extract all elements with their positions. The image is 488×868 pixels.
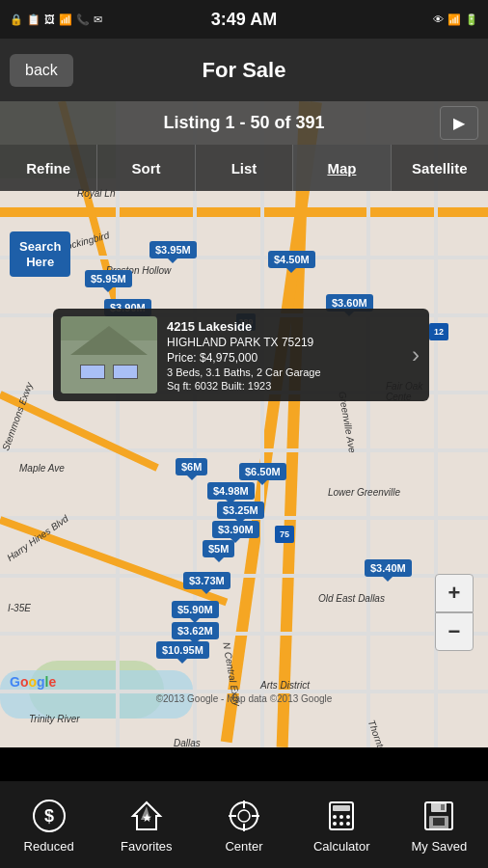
- price-pin-9[interactable]: $3.25M: [217, 502, 264, 519]
- status-bar: 🔒 📋 🖼 📶 📞 ✉ 3:49 AM 👁 📶 🔋: [0, 0, 488, 39]
- price-pin-8[interactable]: $4.98M: [207, 482, 255, 500]
- property-sqft: Sq ft: 6032 Built: 1923: [167, 380, 421, 392]
- svg-rect-22: [433, 818, 445, 826]
- price-pin-7[interactable]: $6.50M: [239, 463, 286, 480]
- price-pin-16[interactable]: $3.40M: [365, 559, 412, 577]
- status-time: 3:49 AM: [211, 10, 277, 30]
- image-icon: 🖼: [44, 14, 55, 25]
- highway-75-shield: 75: [275, 526, 294, 543]
- nav-center-label: Center: [225, 839, 262, 854]
- nav-favorites-label: Favorites: [121, 839, 172, 854]
- sd-icon: 📋: [27, 14, 41, 26]
- map-background: 289 75 12 Royal Ln Preston Hollow Fair O…: [0, 101, 488, 747]
- phone-icon: 📞: [76, 14, 90, 26]
- map-label-dallas: Dallas: [174, 738, 201, 747]
- price-pin-14[interactable]: $3.62M: [172, 622, 219, 639]
- map-container: 289 75 12 Royal Ln Preston Hollow Fair O…: [0, 101, 488, 747]
- zoom-in-button[interactable]: +: [435, 574, 474, 612]
- svg-point-17: [339, 822, 343, 826]
- calculator-icon: [322, 797, 361, 835]
- lock-icon: 🔒: [10, 14, 23, 26]
- svg-text:$: $: [44, 806, 54, 826]
- signal-icon: 📶: [447, 14, 461, 26]
- road-label-maple: Maple Ave: [19, 463, 65, 474]
- map-label-trinity: Trinity River: [29, 714, 80, 724]
- svg-rect-12: [333, 805, 350, 811]
- property-popup: 4215 Lakeside HIGHLAND PARK TX 75219 Pri…: [53, 309, 429, 401]
- svg-point-16: [333, 822, 337, 826]
- svg-point-15: [346, 815, 350, 819]
- property-address: 4215 Lakeside: [167, 319, 421, 334]
- eye-icon: 👁: [433, 14, 444, 25]
- next-page-button[interactable]: [440, 106, 478, 140]
- price-pin-4[interactable]: $5.95M: [85, 270, 132, 287]
- nav-favorites[interactable]: ★ Favorites: [97, 797, 195, 854]
- price-pin-2[interactable]: $4.50M: [268, 251, 315, 268]
- floppy-icon: [420, 797, 458, 835]
- page-title: For Sale: [203, 58, 286, 83]
- property-image[interactable]: [61, 316, 157, 393]
- nav-calculator-label: Calculator: [313, 839, 370, 854]
- svg-point-13: [333, 815, 337, 819]
- price-pin-6[interactable]: $6M: [176, 458, 207, 475]
- svg-text:★: ★: [141, 811, 151, 825]
- map-copyright: ©2013 Google - Map data ©2013 Google: [0, 693, 488, 704]
- property-details: 4215 Lakeside HIGHLAND PARK TX 75219 Pri…: [167, 319, 421, 392]
- nav-my-saved-label: My Saved: [412, 839, 468, 854]
- svg-rect-23: [441, 804, 445, 810]
- nav-reduced[interactable]: $ Reduced: [0, 797, 97, 854]
- svg-point-14: [339, 815, 343, 819]
- nav-center[interactable]: Center: [195, 797, 292, 854]
- price-pin-10[interactable]: $3.90M: [212, 521, 259, 538]
- popup-arrow-button[interactable]: ›: [412, 341, 420, 368]
- tab-map[interactable]: Map: [293, 145, 391, 191]
- battery-icon: 🔋: [465, 14, 478, 26]
- map-label-greenville: Lower Greenville: [328, 487, 400, 498]
- star-icon: ★: [127, 797, 166, 835]
- zoom-out-button[interactable]: −: [435, 612, 474, 651]
- nav-reduced-label: Reduced: [24, 839, 74, 854]
- google-logo: Google: [10, 674, 56, 690]
- tab-list[interactable]: List: [196, 145, 293, 191]
- svg-point-18: [346, 822, 350, 826]
- tab-sort[interactable]: Sort: [97, 145, 195, 191]
- nav-tabs: Refine Sort List Map Satellite: [0, 145, 488, 191]
- road-label-i35: I-35E: [8, 603, 31, 613]
- price-pin-15[interactable]: $10.95M: [156, 641, 209, 659]
- price-pin-12[interactable]: $3.73M: [183, 572, 230, 589]
- bottom-nav: $ Reduced ★ Favorites Cen: [0, 781, 488, 868]
- header: back For Sale: [0, 39, 488, 101]
- email-icon: ✉: [94, 14, 102, 26]
- dollar-icon: $: [30, 797, 68, 835]
- listing-count: Listing 1 - 50 of 391: [163, 113, 324, 133]
- tab-satellite[interactable]: Satellite: [392, 145, 488, 191]
- back-button[interactable]: back: [10, 54, 73, 87]
- price-pin-11[interactable]: $5M: [203, 540, 234, 557]
- price-pin-1[interactable]: $3.95M: [149, 241, 197, 258]
- wifi-icon: 📶: [59, 14, 72, 26]
- price-pin-13[interactable]: $5.90M: [172, 601, 219, 618]
- search-here-button[interactable]: SearchHere: [10, 231, 70, 277]
- property-beds: 3 Beds, 3.1 Baths, 2 Car Garage: [167, 366, 421, 378]
- zoom-controls: + −: [435, 574, 474, 651]
- svg-point-6: [238, 810, 250, 822]
- nav-my-saved[interactable]: My Saved: [391, 797, 488, 854]
- crosshair-icon: [225, 797, 263, 835]
- property-price: Price: $4,975,000: [167, 351, 421, 365]
- map-label-eastdallas: Old East Dallas: [318, 593, 385, 604]
- map-label-arts: Arts District: [260, 680, 310, 691]
- status-icons-left: 🔒 📋 🖼 📶 📞 ✉: [10, 14, 102, 26]
- highway-12-shield: 12: [429, 323, 448, 340]
- listing-bar: Listing 1 - 50 of 391: [0, 101, 488, 145]
- property-city: HIGHLAND PARK TX 75219: [167, 336, 421, 349]
- status-icons-right: 👁 📶 🔋: [433, 14, 478, 26]
- tab-refine[interactable]: Refine: [0, 145, 97, 191]
- nav-calculator[interactable]: Calculator: [293, 797, 391, 854]
